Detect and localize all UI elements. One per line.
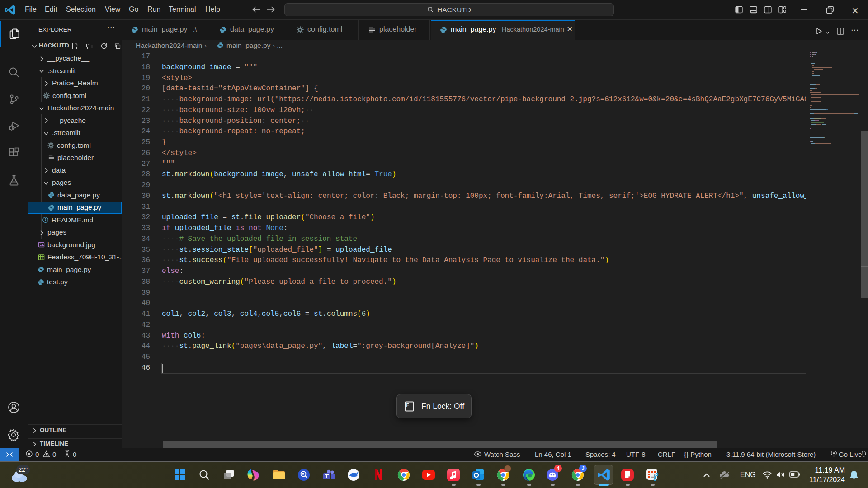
svg-text:F: F	[406, 403, 409, 408]
